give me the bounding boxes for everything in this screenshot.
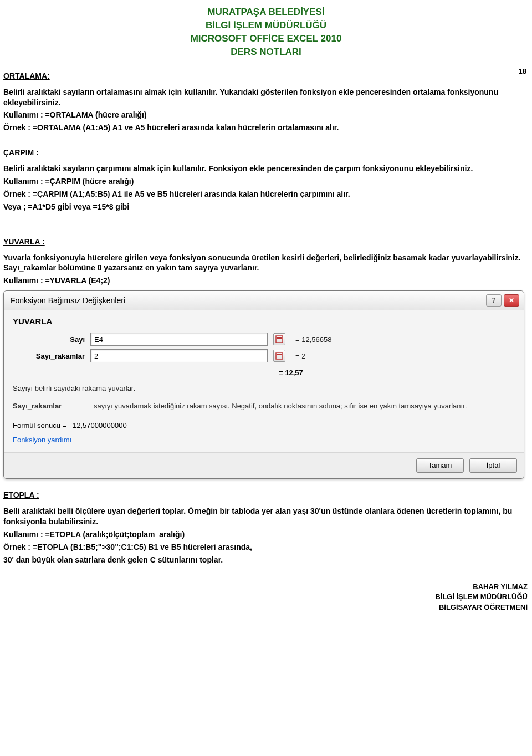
help-button[interactable]: ?: [486, 294, 502, 307]
range-select-icon: [275, 335, 283, 343]
collapse-range-button[interactable]: [273, 350, 285, 362]
paragraph: Örnek : =ORTALAMA (A1:A5) A1 ve A5 hücre…: [3, 122, 529, 133]
function-arguments-dialog: Fonksiyon Bağımsız Değişkenleri ? ✕ YUVA…: [3, 290, 524, 479]
argument-description: Sayı_rakamlar sayıyı yuvarlamak istediği…: [13, 401, 515, 411]
function-help-link[interactable]: Fonksiyon yardımı: [13, 435, 515, 445]
computed-result: = 12,57: [279, 368, 515, 378]
ok-button-label: Tamam: [428, 461, 452, 471]
header-line: BİLGİ İŞLEM MÜDÜRLÜĞÜ: [0, 19, 532, 32]
section-title-carpim: ÇARPIM :: [3, 147, 529, 158]
paragraph: Kullanımı : =ETOPLA (aralık;ölçüt;toplam…: [3, 529, 529, 540]
arg-label-sayi-rakamlar: Sayı_rakamlar: [13, 351, 85, 361]
paragraph: Belli aralıktaki belli ölçülere uyan değ…: [3, 506, 529, 527]
svg-rect-3: [277, 354, 282, 355]
header-line: MURATPAŞA BELEDİYESİ: [0, 6, 532, 19]
close-icon: ✕: [509, 296, 514, 305]
dialog-titlebar[interactable]: Fonksiyon Bağımsız Değişkenleri ? ✕: [4, 291, 524, 310]
argument-description-text: sayıyı yuvarlamak istediğiniz rakam sayı…: [94, 401, 515, 411]
svg-rect-0: [276, 336, 283, 343]
arg-result: = 2: [295, 351, 305, 361]
close-button[interactable]: ✕: [504, 294, 519, 307]
help-icon: ?: [492, 296, 496, 305]
argument-row: Sayı_rakamlar = 2: [13, 349, 515, 362]
paragraph: Yuvarla fonksiyonuyla hücrelere girilen …: [3, 253, 529, 274]
page-number: 18: [519, 67, 526, 76]
cancel-button[interactable]: İptal: [469, 458, 517, 473]
paragraph: Veya ; =A1*D5 gibi veya =15*8 gibi: [3, 202, 529, 212]
header-line: DERS NOTLARI: [0, 46, 532, 59]
collapse-range-button[interactable]: [273, 333, 285, 345]
arg-result: = 12,56658: [295, 335, 331, 345]
document-footer: BAHAR YILMAZ BİLGİ İŞLEM MÜDÜRLÜĞÜ BİLGİ…: [0, 582, 532, 612]
arg-label-sayi: Sayı: [13, 335, 85, 345]
paragraph: Belirli aralıktaki sayıların ortalamasın…: [3, 87, 529, 108]
function-name: YUVARLA: [13, 316, 515, 327]
range-select-icon: [275, 352, 283, 360]
svg-rect-1: [277, 337, 282, 339]
section-title-etopla: ETOPLA :: [3, 490, 529, 500]
section-title-yuvarla: YUVARLA :: [3, 237, 529, 247]
svg-rect-2: [276, 353, 283, 359]
ok-button[interactable]: Tamam: [416, 458, 464, 473]
arg-input-sayi-rakamlar[interactable]: [90, 349, 268, 362]
formula-result-row: Formül sonucu = 12,57000000000: [13, 421, 515, 431]
paragraph: 30' dan büyük olan satırlara denk gelen …: [3, 555, 529, 565]
header-line: MICROSOFT OFFİCE EXCEL 2010: [0, 33, 532, 45]
function-description: Sayıyı belirli sayıdaki rakama yuvarlar.: [13, 384, 515, 394]
dialog-button-row: Tamam İptal: [4, 452, 524, 478]
dialog-screenshot: Fonksiyon Bağımsız Değişkenleri ? ✕ YUVA…: [3, 290, 529, 479]
footer-line: BİLGİ İŞLEM MÜDÜRLÜĞÜ: [0, 592, 528, 602]
formula-result-label: Formül sonucu =: [13, 421, 66, 430]
paragraph: Belirli aralıktaki sayıların çarpımını a…: [3, 164, 529, 174]
footer-line: BAHAR YILMAZ: [0, 582, 528, 592]
document-header: MURATPAŞA BELEDİYESİ BİLGİ İŞLEM MÜDÜRLÜ…: [0, 6, 532, 59]
paragraph: Örnek : =ÇARPIM (A1;A5:B5) A1 ile A5 ve …: [3, 189, 529, 200]
cancel-button-label: İptal: [487, 461, 500, 471]
paragraph: Kullanımı : =YUVARLA (E4;2): [3, 275, 529, 286]
paragraph: Kullanımı : =ÇARPIM (hücre aralığı): [3, 176, 529, 187]
arg-input-sayi[interactable]: [90, 333, 268, 346]
paragraph: Kullanımı : =ORTALAMA (hücre aralığı): [3, 110, 529, 120]
footer-line: BİLGİSAYAR ÖĞRETMENİ: [0, 602, 528, 612]
dialog-title: Fonksiyon Bağımsız Değişkenleri: [11, 295, 125, 306]
formula-result-value: 12,57000000000: [73, 421, 127, 430]
argument-row: Sayı = 12,56658: [13, 333, 515, 346]
argument-description-label: Sayı_rakamlar: [13, 401, 85, 411]
section-title-ortalama: ORTALAMA:: [3, 71, 50, 81]
paragraph: Örnek : =ETOPLA (B1:B5;">30";C1:C5) B1 v…: [3, 542, 529, 553]
